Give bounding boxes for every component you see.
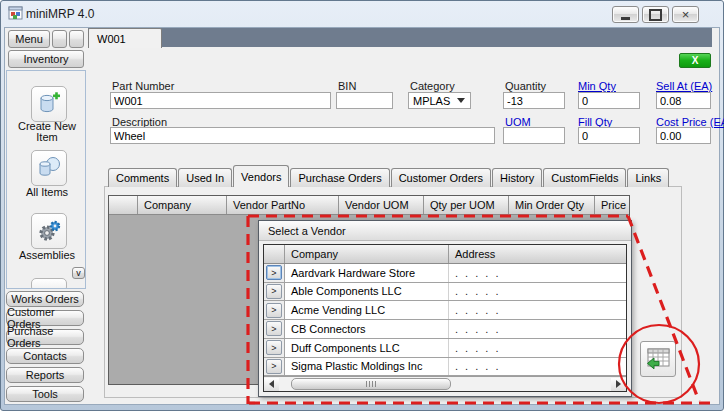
close-item-button[interactable]: X [679,53,711,68]
row-selector-cell: > [264,320,285,338]
sidebar-item-works-orders[interactable]: Works Orders [6,291,84,307]
reports-label: Reports [26,369,65,381]
sell-at-input[interactable] [656,92,711,109]
category-dropdown[interactable]: MPLAS [408,92,471,109]
row-select-button[interactable]: > [266,284,282,299]
tab-comments[interactable]: Comments [108,168,177,187]
tab-used-in[interactable]: Used In [178,168,232,187]
close-item-x: X [692,55,699,66]
vendor-row-sigma[interactable]: > Sigma Plastic Moldings Inc . . . . . [264,358,626,377]
create-new-item-button[interactable] [31,86,67,122]
select-vendor-header: Company Address [264,245,626,264]
assemblies-button[interactable] [31,213,67,249]
close-icon: × [682,10,690,20]
sidebar-item-purchase-orders[interactable]: Purchase Orders [6,329,84,345]
tab-customer-orders-label: Customer Orders [399,172,483,184]
scroll-right-button[interactable] [611,378,626,391]
vendors-col-partno: Vendor PartNo [227,196,339,214]
tab-links[interactable]: Links [627,168,669,187]
menu-button[interactable]: Menu [8,30,50,48]
select-vendor-title: Select a Vendor [259,221,631,241]
document-tab-label: W001 [97,33,126,45]
document-tab-strip [88,28,712,47]
detail-tabs: Comments Used In Vendors Purchase Orders… [108,166,670,187]
purchase-orders-label: Purchase Orders [7,325,83,349]
inventory-button[interactable]: Inventory [8,50,84,68]
close-button[interactable]: × [672,6,699,23]
tab-vendors[interactable]: Vendors [233,165,289,187]
cost-price-input[interactable] [656,127,711,144]
tab-history[interactable]: History [492,168,542,187]
scroll-left-button[interactable] [264,378,279,391]
tab-customfields-label: CustomFields [551,172,618,184]
menu-button-label: Menu [15,33,43,45]
sidebar-item-contacts[interactable]: Contacts [6,348,84,364]
vendor-address: . . . . . [449,358,626,376]
fill-qty-input[interactable] [578,127,640,144]
row-selector-cell: > [264,264,285,282]
vendor-row-duff[interactable]: > Duff Components LLC . . . . . [264,339,626,358]
chevron-right-icon: > [271,361,276,371]
min-qty-link[interactable]: Min Qty [578,80,616,92]
app-icon [8,6,24,22]
vendors-col-company: Company [138,196,227,214]
min-qty-input[interactable] [578,92,640,109]
inventory-button-label: Inventory [23,53,68,65]
part-number-input[interactable] [110,92,331,109]
scroll-left-icon [269,380,274,388]
assemblies-icon [36,218,62,244]
row-select-button[interactable]: > [266,303,282,318]
row-select-button[interactable]: > [266,359,282,374]
clipped-tool-button[interactable] [31,278,67,289]
chevron-right-icon: > [271,324,276,334]
description-input[interactable] [110,127,495,144]
vendor-row-acme[interactable]: > Acme Vending LLC . . . . . [264,301,626,320]
row-select-button[interactable]: > [266,265,282,280]
tab-used-in-label: Used In [186,172,224,184]
tab-vendors-label: Vendors [241,171,281,183]
all-items-icon [36,155,62,181]
vendor-address: . . . . . [449,264,626,282]
document-tab-w001[interactable]: W001 [88,28,162,48]
bin-label: BIN [338,80,356,92]
sell-at-link[interactable]: Sell At (EA) [656,80,712,92]
sidebar-item-customer-orders[interactable]: Customer Orders [6,310,84,326]
vendor-row-able[interactable]: > Able Components LLC . . . . . [264,283,626,302]
all-items-button[interactable] [31,150,67,186]
row-select-button[interactable]: > [266,340,282,355]
category-label: Category [410,80,455,92]
scrollbar-thumb[interactable] [291,378,451,390]
dropdown-arrow-icon [457,98,465,107]
tab-customfields[interactable]: CustomFields [543,168,626,187]
row-select-button[interactable]: > [266,321,282,336]
quantity-label: Quantity [505,80,546,92]
sidebar-small-button-1[interactable] [52,30,67,48]
inventory-tool-panel: Create New Item All Items Assemblies v [6,70,86,289]
row-selector-cell: > [264,339,285,357]
all-items-label: All Items [7,187,86,198]
sidebar-item-tools[interactable]: Tools [6,386,84,402]
minimize-button[interactable] [612,6,639,23]
vendors-col-qty-per-uom: Qty per UOM [424,196,509,214]
uom-input[interactable] [503,127,565,144]
vendor-row-aardvark[interactable]: > Aardvark Hardware Store . . . . . [264,264,626,283]
tab-links-label: Links [635,172,661,184]
sidebar-small-button-2[interactable] [69,30,84,48]
vendor-row-cb[interactable]: > CB Connectors . . . . . [264,320,626,339]
chevron-right-icon: > [271,268,276,278]
tools-label: Tools [32,388,58,400]
bin-input[interactable] [336,92,393,109]
chevron-right-icon: > [271,343,276,353]
row-selector-cell: > [264,283,285,301]
vendors-col-min-order-qty: Min Order Qty [509,196,595,214]
tool-panel-scroll-down-button[interactable]: v [72,267,85,279]
maximize-button[interactable] [642,6,669,23]
grid-import-icon [644,345,672,373]
tab-customer-orders[interactable]: Customer Orders [391,168,491,187]
sidebar-item-reports[interactable]: Reports [6,367,84,383]
window-title: miniMRP 4.0 [26,7,94,21]
tab-purchase-orders[interactable]: Purchase Orders [290,168,389,187]
pick-from-grid-button[interactable] [640,341,676,377]
horizontal-scrollbar[interactable] [264,376,626,391]
quantity-input[interactable] [503,92,565,109]
